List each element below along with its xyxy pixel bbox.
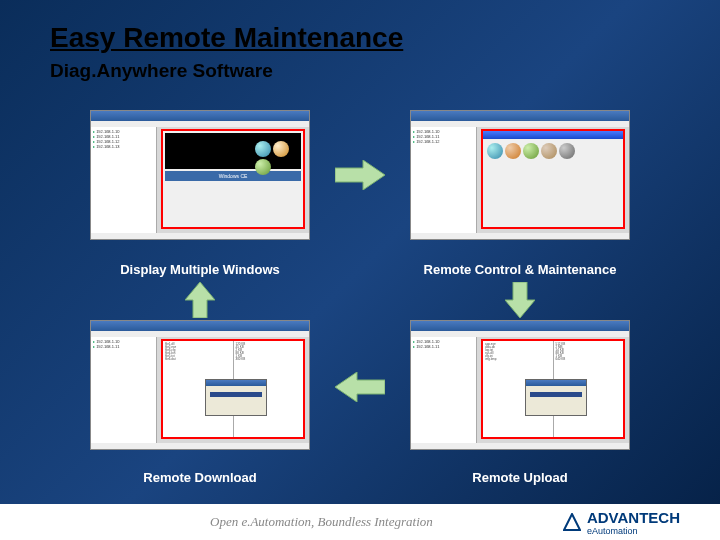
footer-logo-text: ADVANTECH [587,509,680,526]
screenshot-remote-control: 192.168.1.10 192.168.1.11 192.168.1.12 [410,110,630,240]
footer-tagline: Open e.Automation, Boundless Integration [210,514,433,530]
arrow-left-icon [335,372,385,402]
caption-top-right: Remote Control & Maintenance [410,262,630,277]
footer-logo-sub: eAutomation [587,526,680,536]
caption-bottom-left: Remote Download [90,470,310,485]
advantech-logo: ADVANTECH eAutomation [563,509,680,536]
svg-marker-1 [505,282,535,318]
svg-marker-0 [335,160,385,190]
arrow-down-icon [505,282,535,318]
slide-subtitle: Diag.Anywhere Software [50,60,273,82]
svg-marker-4 [564,514,580,530]
screenshot-display-multiple-windows: 192.168.1.10 192.168.1.11 192.168.1.12 1… [90,110,310,240]
caption-bottom-right: Remote Upload [410,470,630,485]
arrow-up-icon [185,282,215,318]
slide-title: Easy Remote Maintenance [50,22,403,54]
footer-bar: Open e.Automation, Boundless Integration… [0,504,720,540]
arrow-right-icon [335,160,385,190]
screenshot-remote-download: 192.168.1.10 192.168.1.11 file1.dllfile2… [90,320,310,450]
screenshot-remote-upload: 192.168.1.10 192.168.1.11 app.exedata.db… [410,320,630,450]
caption-top-left: Display Multiple Windows [90,262,310,277]
svg-marker-2 [335,372,385,402]
svg-marker-3 [185,282,215,318]
